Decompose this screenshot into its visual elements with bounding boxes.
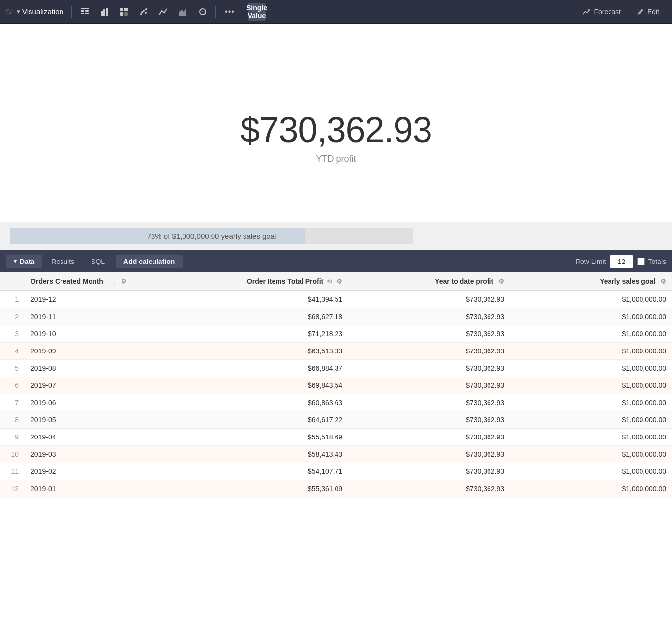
cell-goal: $1,000,000.00 <box>510 480 672 497</box>
pivot-icon: ⟲ <box>327 278 332 285</box>
cell-month: 2019-04 <box>25 429 186 446</box>
cell-profit: $63,513.33 <box>186 343 348 360</box>
sort-down-icon[interactable]: ↓ <box>113 278 116 285</box>
bar-chart-icon <box>99 7 109 17</box>
svg-rect-4 <box>85 13 89 14</box>
divider-1 <box>71 6 72 18</box>
th-yearly-goal: Yearly sales goal ⚙ <box>510 272 672 291</box>
table-row: 2 2019-11 $68,627.18 $730,362.93 $1,000,… <box>0 308 672 325</box>
table-row: 7 2019-06 $60,863.63 $730,362.93 $1,000,… <box>0 394 672 411</box>
totals-checkbox[interactable] <box>637 258 645 265</box>
cell-profit: $58,413.43 <box>186 446 348 463</box>
tab-data[interactable]: ▾ Data <box>6 255 42 268</box>
single-value-btn[interactable]: Single Value <box>248 3 266 21</box>
tab-results[interactable]: Results <box>43 255 82 268</box>
pivot-btn[interactable] <box>115 3 133 21</box>
forecast-label: Forecast <box>594 8 620 16</box>
bar-chart-btn[interactable] <box>95 3 113 21</box>
cell-month: 2019-06 <box>25 394 186 411</box>
cell-ytd: $730,362.93 <box>348 429 510 446</box>
cell-row-num: 9 <box>0 429 25 446</box>
viz-value: $730,362.93 <box>240 110 431 150</box>
divider-2 <box>215 6 216 18</box>
scatter-btn[interactable] <box>135 3 153 21</box>
table-row: 9 2019-04 $55,518.69 $730,362.93 $1,000,… <box>0 429 672 446</box>
more-icon: ••• <box>225 7 235 16</box>
th-orders-gear[interactable]: ⚙ <box>121 278 127 285</box>
gauge-btn[interactable] <box>194 3 212 21</box>
cell-ytd: $730,362.93 <box>348 360 510 377</box>
table-view-btn[interactable] <box>76 3 93 21</box>
pivot-icon <box>119 7 129 17</box>
line-chart-btn[interactable] <box>154 3 172 21</box>
visualization-label: Visualization <box>22 7 63 16</box>
table-header-row: Orders Created Month ≡ ↓ ⚙ Order Items T… <box>0 272 672 291</box>
th-ytd-profit: Year to date profit ⚙ <box>348 272 510 291</box>
viz-goal-track: 73% of $1,000,000.00 yearly sales goal <box>10 228 413 244</box>
vis-dropdown-arrow[interactable]: ▾ <box>17 8 20 15</box>
svg-point-12 <box>140 13 142 15</box>
cell-profit: $55,361.09 <box>186 480 348 497</box>
svg-rect-6 <box>103 9 105 16</box>
th-profit-gear[interactable]: ⚙ <box>336 278 342 285</box>
sql-tab-label: SQL <box>91 258 105 265</box>
cell-month: 2019-02 <box>25 463 186 480</box>
table-row: 6 2019-07 $69,843.54 $730,362.93 $1,000,… <box>0 377 672 394</box>
edit-btn[interactable]: Edit <box>630 5 666 19</box>
cell-ytd: $730,362.93 <box>348 480 510 497</box>
th-total-profit: Order Items Total Profit ⟲ ⚙ <box>186 272 348 291</box>
svg-rect-11 <box>124 12 128 16</box>
svg-rect-7 <box>106 8 108 16</box>
totals-label: Totals <box>648 258 666 265</box>
forecast-btn[interactable]: Forecast <box>576 5 627 19</box>
table-row: 4 2019-09 $63,513.33 $730,362.93 $1,000,… <box>0 343 672 360</box>
edit-icon <box>637 8 644 16</box>
cell-row-num: 4 <box>0 343 25 360</box>
tab-sql[interactable]: SQL <box>83 255 113 268</box>
cell-month: 2019-09 <box>25 343 186 360</box>
more-btn[interactable]: ••• <box>220 3 240 21</box>
totals-area: Totals <box>637 258 666 265</box>
viz-area: $730,362.93 YTD profit 73% of $1,000,000… <box>0 24 672 250</box>
cell-profit: $41,394.51 <box>186 291 348 308</box>
cell-month: 2019-08 <box>25 360 186 377</box>
toolbar: ☞ ▾ Visualization <box>0 0 672 24</box>
th-ytd-gear[interactable]: ⚙ <box>498 278 504 285</box>
cell-goal: $1,000,000.00 <box>510 446 672 463</box>
svg-point-14 <box>145 8 147 10</box>
svg-point-13 <box>143 10 145 12</box>
svg-marker-17 <box>179 8 186 16</box>
cell-goal: $1,000,000.00 <box>510 360 672 377</box>
data-table-container: Orders Created Month ≡ ↓ ⚙ Order Items T… <box>0 272 672 497</box>
edit-label: Edit <box>647 8 659 16</box>
data-tab-label: Data <box>20 258 34 265</box>
svg-rect-0 <box>81 8 89 9</box>
cell-month: 2019-10 <box>25 325 186 343</box>
cell-row-num: 5 <box>0 360 25 377</box>
cell-profit: $66,884.37 <box>186 360 348 377</box>
cell-goal: $1,000,000.00 <box>510 325 672 343</box>
th-yearly-gear[interactable]: ⚙ <box>660 278 666 285</box>
row-limit-input[interactable] <box>610 255 633 268</box>
data-tab-dropdown: ▾ <box>14 258 17 264</box>
table-row: 3 2019-10 $71,218.23 $730,362.93 $1,000,… <box>0 325 672 343</box>
cell-month: 2019-05 <box>25 411 186 429</box>
cell-ytd: $730,362.93 <box>348 291 510 308</box>
svg-rect-1 <box>81 10 84 12</box>
cell-month: 2019-07 <box>25 377 186 394</box>
cell-ytd: $730,362.93 <box>348 394 510 411</box>
line-chart-icon <box>158 7 168 17</box>
cell-row-num: 6 <box>0 377 25 394</box>
area-chart-btn[interactable] <box>174 3 192 21</box>
th-ytd-label: Year to date profit <box>435 277 493 285</box>
data-table: Orders Created Month ≡ ↓ ⚙ Order Items T… <box>0 272 672 497</box>
cell-goal: $1,000,000.00 <box>510 394 672 411</box>
cell-row-num: 1 <box>0 291 25 308</box>
add-calculation-btn[interactable]: Add calculation <box>116 255 183 268</box>
svg-rect-9 <box>124 8 128 11</box>
table-row: 5 2019-08 $66,884.37 $730,362.93 $1,000,… <box>0 360 672 377</box>
table-icon <box>80 7 90 17</box>
filter-icon[interactable]: ≡ <box>107 279 110 285</box>
table-row: 1 2019-12 $41,394.51 $730,362.93 $1,000,… <box>0 291 672 308</box>
table-row: 11 2019-02 $54,107.71 $730,362.93 $1,000… <box>0 463 672 480</box>
